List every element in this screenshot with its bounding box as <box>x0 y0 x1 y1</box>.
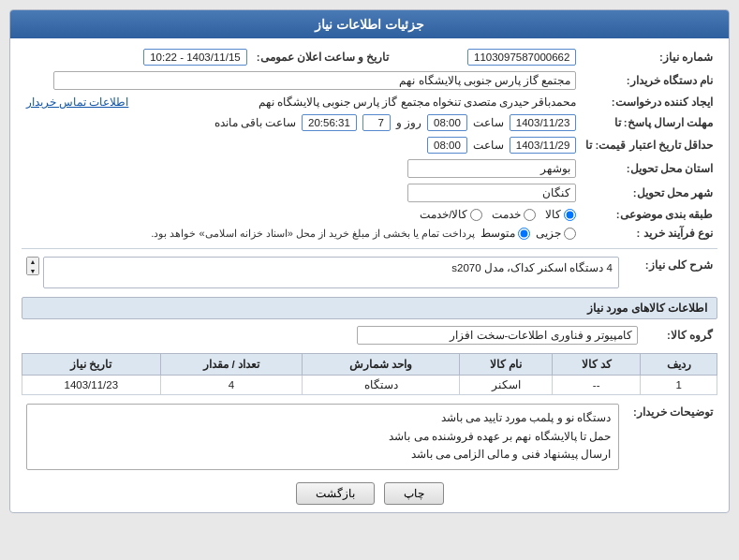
mande-label: ساعت باقی مانده <box>214 116 296 129</box>
name-dastgah-label: نام دستگاه خریدار: <box>581 68 717 93</box>
shahr-label: شهر محل تحویل: <box>581 181 717 205</box>
tozih-content: دستگاه نو و پلمب مورد تایید می باشدحمل ت… <box>26 404 619 470</box>
group-kala-label: گروه کالا: <box>643 323 717 347</box>
tarikh-label: تاریخ و ساعت اعلان عمومی: <box>252 46 394 68</box>
col-radif: ردیف <box>641 354 717 376</box>
mohlet-ersal-mande: 20:56:31 <box>302 114 357 131</box>
saat-label-1: ساعت <box>473 116 504 129</box>
radio-kala[interactable]: کالا <box>545 208 576 221</box>
col-tarikh: تاریخ نیاز <box>22 354 161 376</box>
radio-khedmat[interactable]: خدمت <box>492 208 536 221</box>
spinner-down[interactable]: ▼ <box>27 267 38 275</box>
mohlet-ersal-rooz: 7 <box>362 114 391 131</box>
cell-kod: -- <box>552 376 641 395</box>
tozih-label: توضیحات خریدار: <box>624 401 717 473</box>
ijad-label: ایجاد کننده درخواست: <box>581 93 717 111</box>
col-vahed: واحد شمارش <box>303 354 460 376</box>
radio-jozi[interactable]: جزیی <box>536 227 576 240</box>
group-kala-value: کامپیوتر و فناوری اطلاعات-سخت افزار <box>357 326 638 345</box>
nav-farayand-label: نوع فرآیند خرید : <box>581 224 717 243</box>
rooz-label: روز و <box>396 116 421 129</box>
cell-tedad: 4 <box>160 376 303 395</box>
cell-vahed: دستگاه <box>303 376 460 395</box>
tozih-line: حمل تا پالایشگاه نهم بر عهده فروشنده می … <box>35 428 611 447</box>
ijad-value: محمدباقر حیدری متصدی تنخواه مجتمع گاز پا… <box>259 96 577 108</box>
nav-farayand-note: پرداخت تمام یا بخشی از مبلغ خرید از محل … <box>151 228 475 240</box>
table-row: 1--اسکنردستگاه41403/11/23 <box>22 376 717 395</box>
spinner-up[interactable]: ▲ <box>27 258 38 267</box>
tabaqe-label: طبقه بندی موضوعی: <box>581 205 717 224</box>
chap-button[interactable]: چاپ <box>384 482 444 505</box>
ettelaat-kalaha-label: اطلاعات کالاهای مورد نیاز <box>22 297 717 319</box>
hadat-saat: 08:00 <box>427 137 467 154</box>
cell-naam: اسکنر <box>460 376 553 395</box>
bazgasht-button[interactable]: بازگشت <box>296 482 375 505</box>
tozih-line: ارسال پیشنهاد فنی و مالی الزامی می باشد <box>35 446 611 464</box>
hadat-label: حداقل تاریخ اعتبار قیمت: تا <box>581 134 717 156</box>
sherh-spinner[interactable]: ▲ ▼ <box>26 257 39 275</box>
shomare-niaz-value: 1103097587000662 <box>467 49 576 66</box>
ostan-label: استان محل تحویل: <box>581 156 717 181</box>
radio-motavaset[interactable]: متوسط <box>480 227 530 240</box>
hadat-date: 1403/11/29 <box>510 137 577 154</box>
col-kod: کد کالا <box>552 354 641 376</box>
ettelaat-tamas-link[interactable]: اطلاعات تماس خریدار <box>26 96 128 108</box>
tozih-line: دستگاه نو و پلمب مورد تایید می باشد <box>35 409 611 428</box>
mohlet-ersal-label: مهلت ارسال پاسخ: تا <box>581 111 717 134</box>
shahr-value: کنگان <box>407 184 576 202</box>
mohlet-ersal-date: 1403/11/23 <box>510 114 577 131</box>
saat-label-2: ساعت <box>473 139 504 152</box>
name-dastgah-value: مجتمع گاز پارس جنوبی پالایشگاه نهم <box>53 71 576 90</box>
tarikh-value: 1403/11/15 - 10:22 <box>143 49 247 66</box>
items-table: ردیف کد کالا نام کالا واحد شمارش تعداد /… <box>22 353 717 395</box>
page-title: جزئیات اطلاعات نیاز <box>10 10 729 38</box>
sherh-label: شرح کلی نیاز: <box>624 254 717 291</box>
action-buttons: چاپ بازگشت <box>22 482 717 505</box>
col-naam: نام کالا <box>460 354 553 376</box>
ostan-value: بوشهر <box>407 159 576 178</box>
sherh-value: 4 دستگاه اسکنر کداک، مدل s2070 <box>43 257 619 288</box>
radio-kala-khedmat[interactable]: کالا/خدمت <box>420 208 482 221</box>
cell-radif: 1 <box>641 376 717 395</box>
shomare-niaz-label: شماره نیاز: <box>581 46 717 68</box>
mohlet-ersal-saat: 08:00 <box>427 114 467 131</box>
col-tedad: تعداد / مقدار <box>160 354 303 376</box>
cell-tarikh: 1403/11/23 <box>22 376 161 395</box>
